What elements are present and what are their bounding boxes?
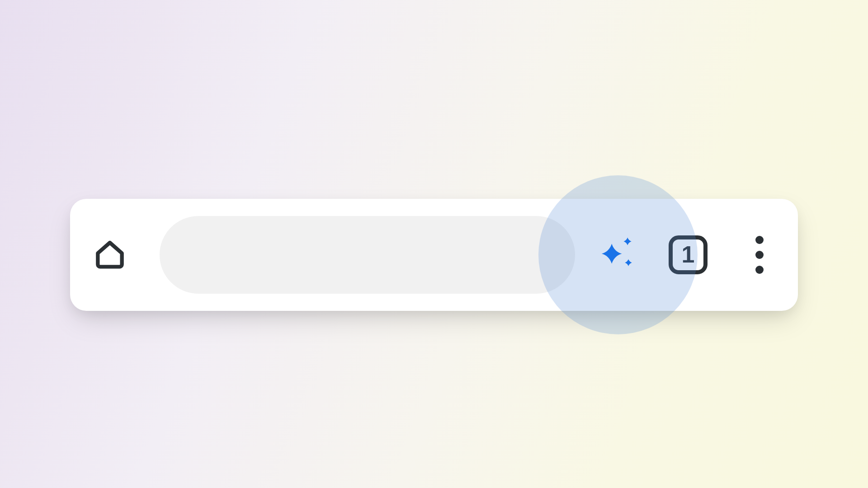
ai-assistant-button[interactable] xyxy=(595,232,641,277)
address-input[interactable] xyxy=(160,216,575,294)
browser-toolbar: 1 xyxy=(70,199,798,311)
more-vertical-icon xyxy=(755,236,764,274)
home-icon xyxy=(92,236,128,274)
address-bar[interactable] xyxy=(160,216,575,294)
tabs-button[interactable]: 1 xyxy=(669,235,708,274)
tabs-count: 1 xyxy=(682,243,695,266)
menu-button[interactable] xyxy=(748,235,771,275)
sparkle-icon xyxy=(596,232,640,277)
home-button[interactable] xyxy=(92,237,128,273)
